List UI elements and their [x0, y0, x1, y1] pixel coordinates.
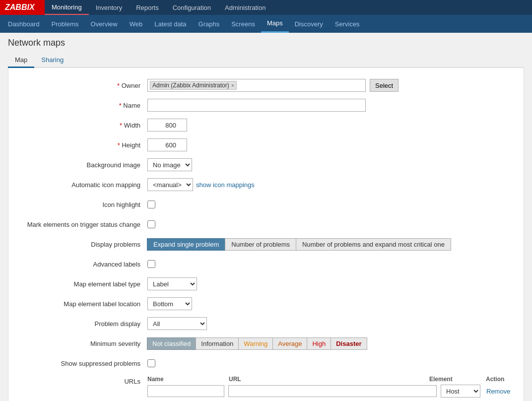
tab-sharing[interactable]: Sharing [34, 53, 70, 68]
width-input[interactable] [147, 119, 187, 132]
page-title: Network maps [8, 38, 524, 48]
mark-elements-label: Mark elements on trigger status change [8, 221, 147, 228]
show-suppressed-row: Show suppressed problems [8, 356, 524, 371]
auto-icon-select[interactable]: <manual> [147, 178, 193, 191]
nav-graphs[interactable]: Graphs [193, 15, 226, 33]
display-problems-label: Display problems [8, 241, 147, 248]
owner-row: Owner Admin (Zabbix Administrator) × Sel… [8, 78, 524, 93]
nav-configuration[interactable]: Configuration [166, 0, 218, 15]
urls-url-header: URL [229, 376, 427, 383]
urls-data-row: Host Remove [147, 385, 521, 398]
bg-image-select[interactable]: No image [147, 158, 192, 171]
auto-icon-label: Automatic icon mapping [8, 181, 147, 189]
tab-map[interactable]: Map [8, 53, 34, 68]
bg-image-row: Background image No image [8, 157, 524, 172]
urls-url-input[interactable] [228, 385, 437, 397]
bg-image-label: Background image [8, 161, 147, 169]
name-input[interactable] [147, 99, 366, 112]
label-type-row: Map element label type Label [8, 276, 524, 291]
height-input[interactable] [147, 138, 187, 151]
severity-information-button[interactable]: Information [196, 337, 239, 350]
top-nav-items: Monitoring Inventory Reports Configurati… [45, 0, 272, 15]
nav-web[interactable]: Web [124, 15, 149, 33]
nav-screens[interactable]: Screens [225, 15, 261, 33]
label-location-label: Map element label location [8, 300, 147, 308]
urls-row: URLs Name URL Element Action Host Remove [8, 376, 524, 401]
icon-highlight-label: Icon highlight [8, 201, 147, 208]
label-type-select[interactable]: Label [147, 277, 197, 290]
height-row: Height [8, 137, 524, 152]
nav-dashboard[interactable]: Dashboard [2, 15, 46, 33]
severity-not-classified-button[interactable]: Not classified [147, 337, 196, 350]
page-content: Network maps Map Sharing Owner Admin (Za… [0, 33, 532, 401]
nav-overview[interactable]: Overview [85, 15, 124, 33]
urls-name-input[interactable] [147, 385, 224, 397]
display-number-expand-critical-button[interactable]: Number of problems and expand most criti… [296, 238, 451, 251]
form-area: Owner Admin (Zabbix Administrator) × Sel… [8, 68, 524, 401]
mark-elements-row: Mark elements on trigger status change [8, 217, 524, 232]
width-row: Width [8, 118, 524, 133]
urls-section: Name URL Element Action Host Remove Add [147, 376, 521, 401]
advanced-labels-checkbox[interactable] [147, 260, 155, 268]
urls-remove-link[interactable]: Remove [486, 388, 510, 395]
nav-administration[interactable]: Administration [218, 0, 272, 15]
min-severity-label: Minimum severity [8, 340, 147, 347]
owner-tag-text: Admin (Zabbix Administrator) [152, 82, 229, 89]
auto-icon-row: Automatic icon mapping <manual> show ico… [8, 177, 524, 192]
problem-display-label: Problem display [8, 320, 147, 328]
nav-maps[interactable]: Maps [261, 15, 289, 33]
nav-inventory[interactable]: Inventory [89, 0, 129, 15]
display-expand-single-button[interactable]: Expand single problem [147, 238, 225, 251]
width-label: Width [8, 122, 147, 129]
min-severity-row: Minimum severity Not classified Informat… [8, 336, 524, 351]
nav-latest-data[interactable]: Latest data [148, 15, 192, 33]
display-number-problems-button[interactable]: Number of problems [225, 238, 296, 251]
label-location-select[interactable]: Bottom [147, 297, 192, 310]
owner-label: Owner [8, 82, 147, 89]
top-navigation: ZABBIX Monitoring Inventory Reports Conf… [0, 0, 532, 15]
urls-element-select[interactable]: Host [441, 385, 480, 398]
mark-elements-checkbox[interactable] [147, 220, 155, 228]
nav-discovery[interactable]: Discovery [289, 15, 329, 33]
nav-monitoring[interactable]: Monitoring [45, 0, 89, 15]
icon-highlight-checkbox[interactable] [147, 200, 155, 208]
tabs: Map Sharing [8, 53, 524, 68]
urls-action-header: Action [486, 376, 521, 383]
nav-problems[interactable]: Problems [46, 15, 85, 33]
owner-tag: Admin (Zabbix Administrator) × [150, 81, 237, 90]
severity-group: Not classified Information Warning Avera… [147, 337, 367, 350]
severity-high-button[interactable]: High [307, 337, 331, 350]
urls-element-header: Element [429, 376, 484, 383]
display-problems-group: Expand single problem Number of problems… [147, 238, 451, 251]
owner-select-button[interactable]: Select [370, 79, 399, 92]
advanced-labels-row: Advanced labels [8, 257, 524, 271]
label-location-row: Map element label location Bottom [8, 296, 524, 311]
show-suppressed-checkbox[interactable] [147, 359, 155, 367]
owner-field: Admin (Zabbix Administrator) × [147, 79, 366, 92]
problem-display-row: Problem display All [8, 316, 524, 331]
show-suppressed-label: Show suppressed problems [8, 360, 147, 367]
icon-highlight-row: Icon highlight [8, 197, 524, 212]
show-icon-mappings-link[interactable]: show icon mappings [196, 181, 255, 189]
label-type-label: Map element label type [8, 280, 147, 288]
name-row: Name [8, 98, 524, 113]
owner-remove-icon[interactable]: × [231, 82, 234, 88]
severity-average-button[interactable]: Average [272, 337, 307, 350]
urls-name-header: Name [147, 376, 227, 383]
second-navigation: Dashboard Problems Overview Web Latest d… [0, 15, 532, 33]
height-label: Height [8, 141, 147, 149]
nav-services[interactable]: Services [329, 15, 366, 33]
severity-disaster-button[interactable]: Disaster [331, 337, 367, 350]
logo: ZABBIX [0, 0, 45, 15]
advanced-labels-label: Advanced labels [8, 261, 147, 268]
display-problems-row: Display problems Expand single problem N… [8, 237, 524, 252]
nav-reports[interactable]: Reports [129, 0, 166, 15]
severity-warning-button[interactable]: Warning [238, 337, 273, 350]
problem-display-select[interactable]: All [147, 317, 207, 330]
urls-header: Name URL Element Action [147, 376, 521, 383]
name-label: Name [8, 102, 147, 109]
urls-label: URLs [8, 376, 147, 385]
